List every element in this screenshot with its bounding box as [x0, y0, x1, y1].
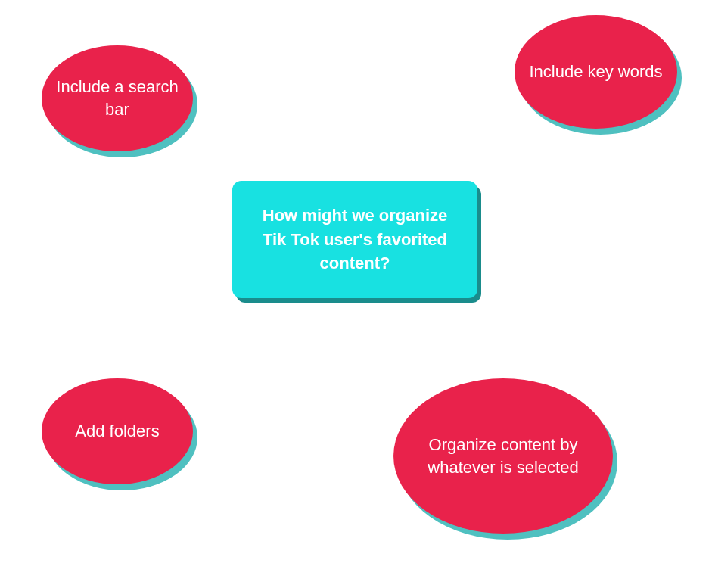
- idea-bubble-search-bar: Include a search bar: [42, 45, 193, 151]
- idea-bubble-add-folders: Add folders: [42, 378, 193, 484]
- idea-bubble-label: Add folders: [75, 420, 159, 443]
- idea-bubble-label: Organize content by whatever is selected: [401, 434, 605, 478]
- idea-bubble-key-words: Include key words: [515, 15, 677, 129]
- central-question-text: How might we organize Tik Tok user's fav…: [249, 204, 461, 276]
- central-question-box: How might we organize Tik Tok user's fav…: [232, 181, 477, 298]
- idea-bubble-label: Include a search bar: [49, 76, 185, 120]
- idea-bubble-organize-selected: Organize content by whatever is selected: [393, 378, 613, 534]
- idea-bubble-label: Include key words: [529, 61, 662, 83]
- mind-map-canvas: How might we organize Tik Tok user's fav…: [0, 0, 712, 588]
